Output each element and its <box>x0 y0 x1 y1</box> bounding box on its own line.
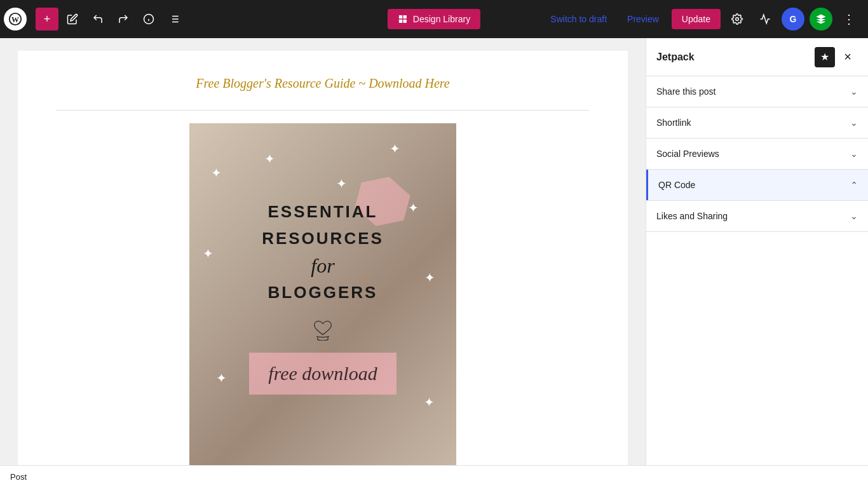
likes-and-sharing-label: Likes and Sharing <box>656 211 728 221</box>
qr-code-header[interactable]: QR Code ⌄ <box>646 170 868 200</box>
wp-logo-circle: W <box>4 8 27 30</box>
share-this-post-chevron: ⌄ <box>850 86 858 97</box>
likes-and-sharing-chevron: ⌄ <box>850 211 858 221</box>
promo-text: Free Blogger's Resource Guide ~ Download… <box>56 76 590 91</box>
share-this-post-label: Share this post <box>656 86 715 97</box>
add-block-button[interactable]: + <box>36 8 58 30</box>
blog-image-subtitle: for <box>249 254 396 278</box>
sparkle-icon: ✦ <box>211 165 222 180</box>
blog-image-title-line2: RESOURCES <box>249 228 396 250</box>
svg-rect-12 <box>403 15 407 18</box>
panel-title: Jetpack <box>656 51 695 63</box>
share-this-post-section: Share this post ⌄ <box>646 76 868 107</box>
blog-image-title-line3: BLOGGERS <box>249 283 396 302</box>
free-download-text: free download <box>268 363 377 384</box>
blog-image-title-line1: ESSENTIAL <box>249 201 396 223</box>
wp-logo[interactable]: W <box>0 0 31 38</box>
social-previews-header[interactable]: Social Previews ⌄ <box>646 139 868 169</box>
sparkle-icon: ✦ <box>424 270 435 285</box>
panel-header: Jetpack ★ × <box>646 38 868 76</box>
design-library-label: Design Library <box>413 14 470 24</box>
heart-icon <box>249 315 396 346</box>
sparkle-icon: ✦ <box>264 151 275 166</box>
redo-button[interactable] <box>112 8 135 30</box>
panel-header-actions: ★ × <box>815 47 858 67</box>
sparkle-icon: ✦ <box>216 370 227 386</box>
editor-divider <box>56 110 590 111</box>
right-panel: Jetpack ★ × Share this post ⌄ Shortlink … <box>646 38 868 465</box>
blog-image-container: ✦ ✦ ✦ ✦ ✦ ✦ ✦ ✦ ✦ ESSENTIAL RESOURCES fo… <box>56 123 590 465</box>
social-previews-chevron: ⌄ <box>850 149 858 159</box>
stats-button[interactable] <box>754 8 776 30</box>
shortlink-label: Shortlink <box>656 118 691 128</box>
shortlink-chevron: ⌄ <box>850 118 858 128</box>
more-options-button[interactable]: ⋮ <box>837 8 860 30</box>
user-avatar[interactable]: G <box>782 8 804 30</box>
qr-code-chevron: ⌄ <box>850 180 858 190</box>
svg-point-15 <box>736 18 739 21</box>
editor-content: Free Blogger's Resource Guide ~ Download… <box>18 51 628 465</box>
qr-code-label: QR Code <box>658 180 695 190</box>
update-button[interactable]: Update <box>672 9 721 29</box>
switch-to-draft-button[interactable]: Switch to draft <box>543 10 614 28</box>
editor-area[interactable]: Free Blogger's Resource Guide ~ Download… <box>0 38 646 465</box>
pencil-button[interactable] <box>61 8 84 30</box>
design-library-center: Design Library <box>388 9 480 29</box>
sparkle-icon: ✦ <box>390 141 400 156</box>
sparkle-icon: ✦ <box>408 200 419 215</box>
preview-button[interactable]: Preview <box>620 10 667 28</box>
info-button[interactable] <box>137 8 160 30</box>
likes-and-sharing-section: Likes and Sharing ⌄ <box>646 201 868 232</box>
svg-rect-14 <box>403 20 407 23</box>
share-this-post-header[interactable]: Share this post ⌄ <box>646 76 868 107</box>
list-view-button[interactable] <box>163 8 186 30</box>
svg-text:W: W <box>11 15 19 24</box>
shortlink-header[interactable]: Shortlink ⌄ <box>646 107 868 138</box>
settings-button[interactable] <box>726 8 749 30</box>
toolbar: W + Design Library Switch to draft Previ… <box>0 0 868 38</box>
blog-image: ✦ ✦ ✦ ✦ ✦ ✦ ✦ ✦ ✦ ESSENTIAL RESOURCES fo… <box>189 123 456 465</box>
jetpack-button[interactable] <box>810 8 832 30</box>
qr-code-section: QR Code ⌄ <box>646 170 868 201</box>
blog-image-content: ESSENTIAL RESOURCES for BLOGGERS free do… <box>236 189 409 408</box>
social-previews-section: Social Previews ⌄ <box>646 139 868 170</box>
bottom-bar: Post <box>0 465 868 488</box>
sparkle-icon: ✦ <box>203 246 214 261</box>
sparkle-icon: ✦ <box>424 395 435 410</box>
main-layout: Free Blogger's Resource Guide ~ Download… <box>0 38 868 465</box>
design-library-button[interactable]: Design Library <box>388 9 480 29</box>
undo-button[interactable] <box>86 8 109 30</box>
free-download-banner: free download <box>249 353 396 395</box>
social-previews-label: Social Previews <box>656 149 719 159</box>
panel-star-button[interactable]: ★ <box>815 47 835 67</box>
post-label: Post <box>10 472 27 482</box>
svg-rect-11 <box>399 15 402 18</box>
likes-and-sharing-header[interactable]: Likes and Sharing ⌄ <box>646 201 868 231</box>
panel-close-button[interactable]: × <box>837 47 858 67</box>
toolbar-right: Switch to draft Preview Update G ⋮ <box>543 8 860 30</box>
shortlink-section: Shortlink ⌄ <box>646 107 868 139</box>
svg-rect-13 <box>399 20 402 23</box>
